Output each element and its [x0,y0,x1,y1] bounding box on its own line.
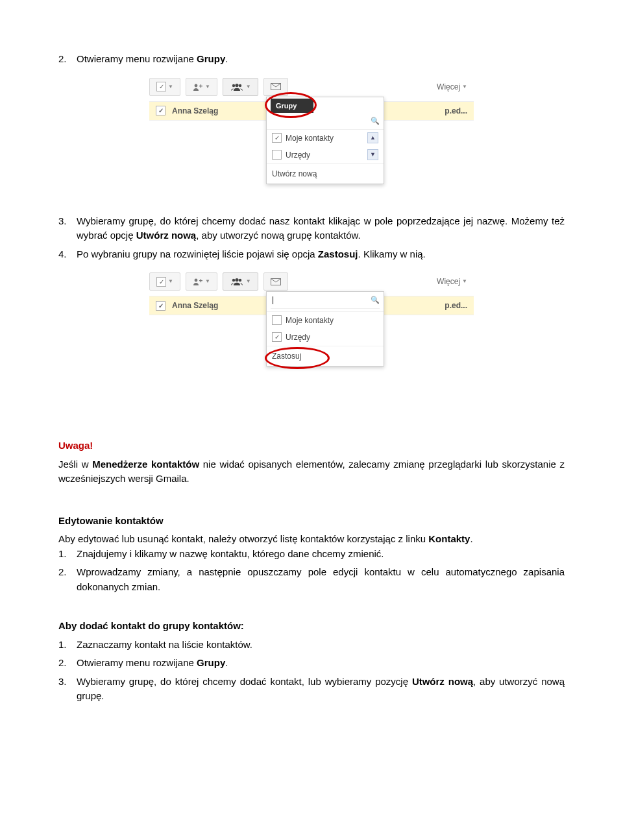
svg-point-10 [232,279,235,282]
chevron-down-icon: ▼ [168,278,173,285]
list-item: 2. Wprowadzamy zmiany, a następnie opusz… [58,565,565,594]
svg-point-7 [195,279,198,282]
chevron-down-icon: ▼ [462,278,467,285]
svg-rect-2 [201,84,201,88]
dropdown-search[interactable]: 🔍 [271,294,380,309]
create-new-option[interactable]: Utwórz nową [267,164,384,181]
list-text: Znajdujemy i klikamy w nazwę kontaktu, k… [77,547,565,562]
svg-point-12 [239,279,241,282]
groups-button[interactable]: ▼ [223,272,258,291]
list-item: 3. Wybieramy grupę, do której chcemy dod… [58,214,565,243]
checkbox-icon: ✓ [156,301,165,311]
contact-name: Anna Szeląg [172,300,218,311]
list-text: Po wybraniu grupy na rozwiniętej liście … [77,247,565,262]
group-option[interactable]: ✓ Urzędy [267,329,384,346]
search-icon: 🔍 [371,294,380,306]
select-all-button[interactable]: ✓ ▼ [149,272,180,291]
group-option[interactable]: Urzędy ▼ [267,147,384,163]
warning-text: Jeśli w Menedżerze kontaktów nie widać o… [58,457,565,486]
list-text: Zaznaczamy kontakt na liście kontaktów. [77,638,565,653]
intro-text: Aby edytować lub usunąć kontakt, należy … [58,532,565,547]
contact-name: Anna Szeląg [172,105,218,117]
list-number: 4. [58,247,77,262]
scroll-down-icon[interactable]: ▼ [367,149,378,160]
checkbox-icon: ✓ [156,82,166,91]
more-button[interactable]: Więcej ▼ [430,273,474,290]
checkbox-icon: ✓ [156,277,166,287]
list-item: 2. Otwieramy menu rozwijane Grupy. [58,52,565,67]
checkbox-icon [272,315,282,325]
more-button[interactable]: Więcej ▼ [430,78,474,95]
chevron-down-icon: ▼ [246,83,251,91]
add-contact-button[interactable]: ▼ [186,78,217,96]
list-number: 3. [58,214,77,243]
svg-rect-9 [201,279,201,282]
highlight-ellipse [265,347,330,369]
list-number: 1. [58,638,77,653]
list-number: 2. [58,565,77,594]
add-contact-button[interactable]: ▼ [186,272,217,291]
contact-email-fragment: p.ed... [445,105,467,117]
group-option[interactable]: ✓ Moje kontakty ▲ [267,130,384,147]
section-heading: Aby dodać kontakt do grupy kontaktów: [58,619,565,634]
checkbox-icon [272,150,282,160]
screenshot-1: ✓ ▼ ▼ ▼ Więcej ▼ ✓ Anna Szeląg [58,76,565,198]
warning-block: Uwaga! Jeśli w Menedżerze kontaktów nie … [58,438,565,486]
list-number: 3. [58,675,77,704]
list-item: 1. Znajdujemy i klikamy w nazwę kontaktu… [58,547,565,562]
chevron-down-icon: ▼ [168,83,173,91]
svg-point-5 [239,84,241,86]
list-item: 3. Wybieramy grupę, do której chcemy dod… [58,675,565,704]
mail-button[interactable] [263,272,288,291]
chevron-down-icon: ▼ [462,83,467,91]
chevron-down-icon: ▼ [246,278,251,285]
scroll-up-icon[interactable]: ▲ [367,132,378,143]
warning-title: Uwaga! [58,438,565,453]
search-icon: 🔍 [371,115,380,126]
checkbox-icon: ✓ [272,133,282,143]
groups-button[interactable]: ▼ [223,78,258,96]
list-text: Otwieramy menu rozwijane Grupy. [77,656,565,671]
list-number: 2. [58,656,77,671]
svg-point-4 [235,83,238,86]
list-item: 2. Otwieramy menu rozwijane Grupy. [58,656,565,671]
list-item: 1. Zaznaczamy kontakt na liście kontaktó… [58,638,565,653]
contact-email-fragment: p.ed... [445,300,467,311]
group-search-input[interactable] [271,294,371,305]
list-text: Wprowadzamy zmiany, a następnie opuszcza… [77,565,565,594]
screenshot-2: ✓ ▼ ▼ ▼ Więcej ▼ ✓ Anna Szeląg [58,270,565,400]
list-text: Otwieramy menu rozwijane Grupy. [77,52,565,67]
chevron-down-icon: ▼ [205,278,210,285]
checkbox-icon: ✓ [156,106,165,115]
list-text: Wybieramy grupę, do której chcemy dodać … [77,214,565,243]
chevron-down-icon: ▼ [205,83,210,91]
select-all-button[interactable]: ✓ ▼ [149,78,180,96]
list-text: Wybieramy grupę, do której chcemy dodać … [77,675,565,704]
list-item: 4. Po wybraniu grupy na rozwiniętej liśc… [58,247,565,262]
checkbox-icon: ✓ [272,332,282,342]
section-heading: Edytowanie kontaktów [58,514,565,529]
svg-point-0 [195,84,198,87]
svg-point-11 [235,278,238,282]
list-number: 2. [58,52,77,67]
highlight-ellipse [265,92,317,118]
group-option[interactable]: Moje kontakty [267,312,384,329]
svg-point-3 [232,84,235,86]
list-number: 1. [58,547,77,562]
